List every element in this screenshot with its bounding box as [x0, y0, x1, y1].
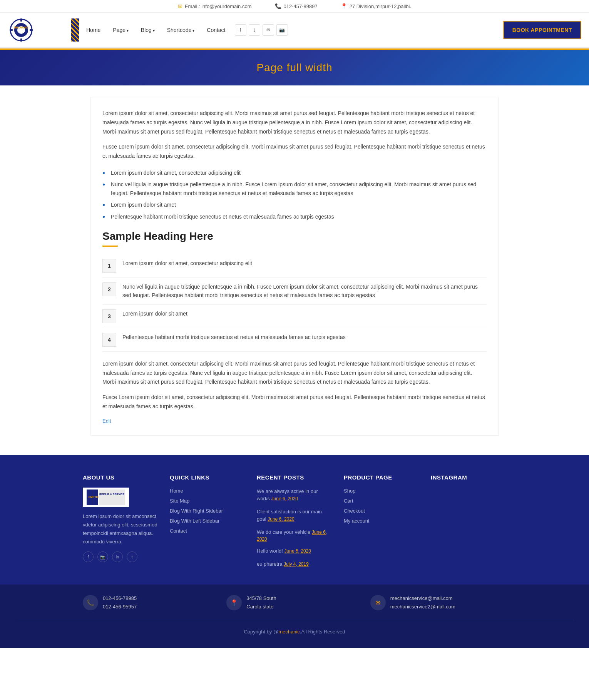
post-date[interactable]: June 6, 2020	[268, 516, 294, 522]
post-date[interactable]: July 4, 2019	[284, 561, 309, 567]
nav-home-link[interactable]: Home	[81, 18, 106, 42]
recent-post-item: Hello world! June 5, 2020	[257, 547, 332, 555]
recent-post-item: Client satisfaction is our main goal Jun…	[257, 508, 332, 523]
product-link[interactable]: Shop	[344, 488, 355, 494]
quick-link-item[interactable]: Blog With Right Sidebar	[170, 508, 245, 514]
product-link-item[interactable]: Shop	[344, 488, 419, 494]
footer-logo: EMETIC REPAIR & SERVICE	[83, 488, 129, 507]
product-link[interactable]: Cart	[344, 498, 353, 504]
number-badge: 3	[102, 309, 116, 323]
instagram-icon[interactable]: 📷	[276, 24, 288, 36]
footer-product-links-list: ShopCartCheckoutMy account	[344, 488, 419, 524]
footer-main: ABOUT US EMETIC REPAIR & SERVICE Lorem i…	[0, 455, 589, 585]
page-title-bar: Page full width	[0, 50, 589, 85]
section-heading: Sample Heading Here	[102, 230, 487, 242]
product-link[interactable]: My account	[344, 518, 369, 524]
numbered-item: 1Lorem ipsum dolor sit amet, consectetur…	[102, 254, 487, 278]
top-bar: ✉ Email : info@yourdomain.com 📞 012-457-…	[0, 0, 589, 13]
footer-phone-contact: 📞 012-456-78985012-456-95957	[83, 594, 219, 611]
footer-linkedin-icon[interactable]: in	[112, 551, 123, 562]
social-icons: f t ✉ 📷	[235, 24, 288, 36]
logo-icon: MECHANIC SERVICE	[8, 17, 35, 43]
quick-link[interactable]: Site Map	[170, 498, 189, 504]
edit-link[interactable]: Edit	[102, 418, 111, 424]
product-link-item[interactable]: Cart	[344, 498, 419, 504]
product-link-item[interactable]: My account	[344, 518, 419, 524]
phone-item: 📞 012-457-89897	[275, 3, 318, 9]
address-item: 📍 27 Division,mirpur-12,pallbi.	[341, 3, 411, 9]
post-title: We do care your vehicle	[257, 529, 312, 535]
email-item: ✉ Email : info@yourdomain.com	[178, 3, 252, 9]
footer-twitter-icon[interactable]: t	[127, 551, 137, 562]
footer-email-contact: ✉ mechanicservice@mail.commechanicservic…	[370, 594, 506, 611]
footer-address-text: 345/78 SouthCarola state	[246, 594, 276, 611]
paragraph-3: Lorem ipsum dolor sit amet, consectetur …	[102, 359, 487, 387]
content-box: Lorem ipsum dolor sit amet, consectetur …	[90, 97, 499, 436]
number-badge: 2	[102, 282, 116, 296]
logo-area: MECHANIC SERVICE	[8, 13, 69, 47]
book-appointment-button[interactable]: BOOK APPOINTMENT	[503, 21, 581, 39]
quick-link[interactable]: Contact	[170, 528, 187, 534]
post-date[interactable]: June 6, 2020	[271, 496, 298, 501]
quick-link-item[interactable]: Site Map	[170, 498, 245, 504]
nav-shortcode-link[interactable]: Shortcode	[162, 18, 200, 42]
heading-underline	[102, 246, 118, 247]
bullet-item: Lorem ipsum dolor sit amet, consectetur …	[102, 167, 487, 179]
copyright-link[interactable]: mechanic	[278, 629, 300, 635]
product-link-item[interactable]: Checkout	[344, 508, 419, 514]
svg-rect-8	[30, 29, 33, 31]
svg-text:EMETIC: EMETIC	[89, 496, 99, 498]
message-icon[interactable]: ✉	[263, 24, 274, 36]
quick-link[interactable]: Home	[170, 488, 183, 494]
numbered-list: 1Lorem ipsum dolor sit amet, consectetur…	[102, 254, 487, 352]
nav-blog[interactable]: Blog	[136, 18, 160, 42]
quick-link-item[interactable]: Contact	[170, 528, 245, 534]
footer-location-icon: 📍	[226, 595, 242, 610]
email-text: Email : info@yourdomain.com	[185, 3, 252, 9]
post-date[interactable]: June 5, 2020	[284, 548, 311, 554]
post-title: eu pharetra	[257, 561, 284, 567]
numbered-item: 2Nunc vel ligula in augue tristique pell…	[102, 278, 487, 305]
nav-page[interactable]: Page	[107, 18, 134, 42]
quick-link-item[interactable]: Home	[170, 488, 245, 494]
numbered-item: 4Pellentesque habitant morbi tristique s…	[102, 328, 487, 352]
nav-home[interactable]: Home	[81, 18, 106, 42]
nav-contact[interactable]: Contact	[201, 18, 231, 42]
nav-wrapper: Home Page Blog Shortcode Contact f t ✉ 📷	[81, 18, 499, 42]
svg-rect-10	[99, 489, 125, 505]
nav-blog-link[interactable]: Blog	[136, 18, 160, 42]
nav-page-link[interactable]: Page	[107, 18, 134, 42]
numbered-item-text: Lorem ipsum dolor sit amet	[122, 309, 187, 318]
email-icon: ✉	[178, 3, 182, 9]
quick-link[interactable]: Blog With Left Sidebar	[170, 518, 219, 524]
recent-posts-container: We are always active in our works June 6…	[257, 488, 332, 568]
footer-about-description: Lorem ipsum dolor sit amconsect vdetur a…	[83, 512, 158, 546]
quick-link-item[interactable]: Blog With Left Sidebar	[170, 518, 245, 524]
footer-quick-links-title: QUICK LINKS	[170, 474, 245, 481]
phone-text: 012-457-89897	[284, 3, 318, 9]
bullet-item: Pellentesque habitant morbi tristique se…	[102, 211, 487, 222]
number-badge: 1	[102, 259, 116, 273]
product-link[interactable]: Checkout	[344, 508, 365, 514]
svg-text:REPAIR & SERVICE: REPAIR & SERVICE	[99, 493, 125, 496]
quick-link[interactable]: Blog With Right Sidebar	[170, 508, 223, 514]
footer-facebook-icon[interactable]: f	[83, 551, 94, 562]
paragraph-4: Fusce Lorem ipsum dolor sit amet, consec…	[102, 393, 487, 411]
nav-contact-link[interactable]: Contact	[201, 18, 231, 42]
recent-post-item: We do care your vehicle June 6, 2020	[257, 528, 332, 542]
twitter-icon[interactable]: t	[249, 24, 260, 36]
bullet-item: Lorem ipsum dolor sit amet	[102, 199, 487, 211]
facebook-icon[interactable]: f	[235, 24, 246, 36]
footer-quick-links: QUICK LINKS HomeSite MapBlog With Right …	[170, 474, 245, 573]
footer-bottom-bar: 📞 012-456-78985012-456-95957 📍 345/78 So…	[0, 585, 589, 648]
footer-bottom-grid: 📞 012-456-78985012-456-95957 📍 345/78 So…	[83, 594, 506, 611]
diagonal-stripe-decoration	[71, 18, 79, 42]
footer-about-us-title: ABOUT US	[83, 474, 158, 481]
footer-instagram-icon[interactable]: 📷	[97, 551, 108, 562]
paragraph-1: Lorem ipsum dolor sit amet, consectetur …	[102, 109, 487, 136]
footer-product-page: PRODUCT PAGE ShopCartCheckoutMy account	[344, 474, 419, 573]
numbered-item-text: Lorem ipsum dolor sit amet, consectetur …	[122, 259, 252, 267]
nav-shortcode[interactable]: Shortcode	[162, 18, 200, 42]
footer-address-contact: 📍 345/78 SouthCarola state	[226, 594, 362, 611]
main-content: Lorem ipsum dolor sit amet, consectetur …	[83, 85, 506, 455]
